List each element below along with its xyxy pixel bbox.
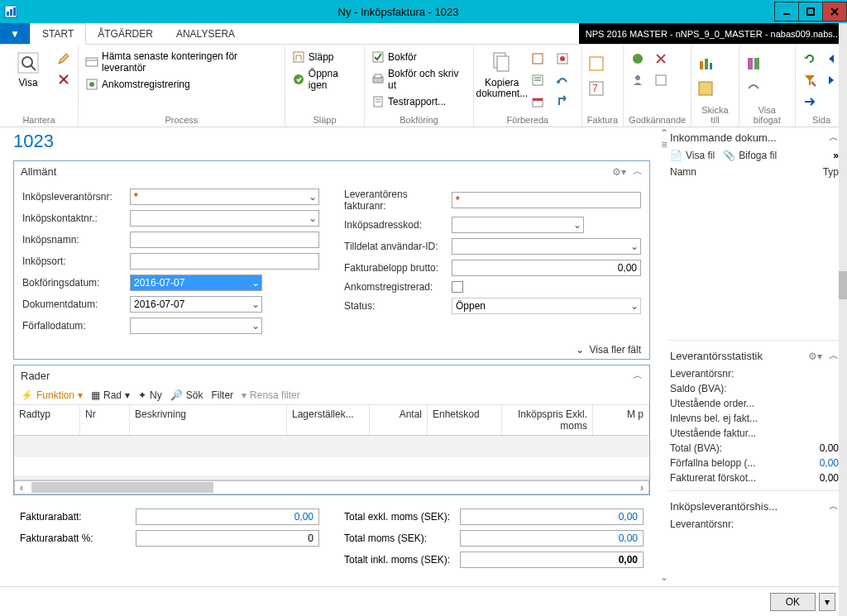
file-menu[interactable]: ▼ xyxy=(0,23,30,44)
approve-icon-3[interactable] xyxy=(629,71,647,89)
prev-icon[interactable] xyxy=(822,50,840,68)
attached-icon-2[interactable] xyxy=(744,79,763,98)
goto-icon[interactable] xyxy=(801,93,819,111)
next-icon[interactable] xyxy=(822,71,840,89)
col-more[interactable]: M p xyxy=(593,405,649,435)
col-type[interactable]: Radtyp xyxy=(14,405,80,435)
buy-name-input[interactable] xyxy=(130,232,319,248)
prepaid-value[interactable]: 0,00 xyxy=(806,472,839,484)
col-uom[interactable]: Enhetskod xyxy=(428,405,502,435)
post-button[interactable]: Bokför xyxy=(370,50,468,64)
delete-icon[interactable] xyxy=(55,70,73,88)
edit-icon[interactable] xyxy=(55,50,73,68)
filter-button[interactable]: Filter xyxy=(211,389,233,401)
inv-discount-value[interactable]: 0,00 xyxy=(136,509,319,525)
buy-addrcode-input[interactable]: ⌄ xyxy=(452,217,584,233)
collapse-icon[interactable]: ︿ xyxy=(633,165,643,179)
sendto-icon-1[interactable] xyxy=(696,55,715,73)
collapse-icon[interactable]: ︿ xyxy=(829,131,839,145)
assigned-user-input[interactable]: ⌄ xyxy=(452,238,641,255)
scroll-thumb[interactable] xyxy=(31,482,213,493)
gross-amount-input[interactable]: 0,00 xyxy=(452,260,641,276)
invoice-icon-1[interactable] xyxy=(587,55,605,73)
scroll-right-icon[interactable]: › xyxy=(635,482,648,494)
approve-icon-2[interactable] xyxy=(652,50,670,68)
col-price[interactable]: Inköpspris Exkl. moms xyxy=(502,405,593,435)
attach-file-button[interactable]: 📎 Bifoga fil xyxy=(723,150,777,161)
find-button[interactable]: 🔎 Sök xyxy=(170,389,203,401)
col-location[interactable]: Lagerställek... xyxy=(287,405,370,435)
status-input[interactable]: Öppen⌄ xyxy=(452,298,641,314)
vendor-invno-input[interactable]: * xyxy=(452,192,641,208)
show-more-fields[interactable]: ⌄ Visa fler fält xyxy=(14,341,649,359)
refresh-icon[interactable] xyxy=(801,50,819,68)
due-date-input[interactable]: ⌄ xyxy=(130,318,262,334)
approve-icon-1[interactable] xyxy=(629,50,647,68)
maximize-button[interactable] xyxy=(798,2,823,21)
prepare-icon-3[interactable] xyxy=(529,71,547,89)
overdue-value[interactable]: 0,00 xyxy=(806,457,839,469)
sendto-icon-2[interactable] xyxy=(696,79,715,98)
minimize-button[interactable] xyxy=(774,2,799,21)
arrival-reg-checkbox[interactable] xyxy=(452,281,463,293)
copy-document-button[interactable]: Kopiera dokument... xyxy=(479,46,525,103)
release-button[interactable]: Släpp xyxy=(290,50,359,64)
row-menu[interactable]: ▦ Rad ▾ xyxy=(91,389,130,401)
grid-h-scroll[interactable]: ‹ › xyxy=(14,480,649,494)
clear-filter-button[interactable]: ▾ Rensa filter xyxy=(242,389,300,401)
arrival-reg-button[interactable]: Ankomstregistrering xyxy=(84,77,280,92)
collapse-icon[interactable]: ︿ xyxy=(829,349,839,363)
incoming-list[interactable] xyxy=(668,178,840,335)
tab-actions[interactable]: ÅTGÄRDER xyxy=(86,23,165,44)
total-excl-value[interactable]: 0,00 xyxy=(460,509,644,525)
view-file-button[interactable]: 📄 Visa fil xyxy=(670,150,715,161)
prepare-icon-1[interactable] xyxy=(529,50,547,68)
prepare-icon-2[interactable] xyxy=(553,50,572,68)
new-line-button[interactable]: ✦ Ny xyxy=(138,389,162,401)
approve-icon-4[interactable] xyxy=(652,71,670,89)
total-bva-value[interactable]: 0,00 xyxy=(806,442,839,454)
buy-city-input[interactable] xyxy=(130,253,319,270)
scroll-left-icon[interactable]: ‹ xyxy=(15,482,28,494)
posting-date-input[interactable]: 2016-07-07⌄ xyxy=(130,275,262,291)
doc-date-input[interactable]: 2016-07-07⌄ xyxy=(130,296,262,313)
gear-icon[interactable]: ⚙▾ xyxy=(612,166,626,178)
col-desc[interactable]: Beskrivning xyxy=(130,405,287,435)
collapse-icon[interactable]: ︿ xyxy=(829,499,839,513)
scroll-top-icon[interactable]: ⌃ xyxy=(660,127,668,139)
contact-no-input[interactable]: ⌄ xyxy=(130,210,319,227)
test-report-button[interactable]: Testrapport... xyxy=(370,94,468,109)
tab-start[interactable]: START xyxy=(30,23,86,45)
invoice-icon-2[interactable]: 7 xyxy=(587,79,605,98)
prepare-icon-6[interactable] xyxy=(553,93,572,111)
prepare-icon-5[interactable] xyxy=(529,93,547,111)
prepare-icon-4[interactable] xyxy=(553,71,572,89)
post-print-button[interactable]: Bokför och skriv ut xyxy=(370,67,468,92)
scroll-bottom-icon[interactable]: ⌄ xyxy=(660,571,668,583)
ok-dropdown[interactable]: ▾ xyxy=(819,593,835,611)
close-button[interactable] xyxy=(822,2,847,21)
ok-button[interactable]: OK xyxy=(770,593,816,611)
grid-body[interactable] xyxy=(14,436,649,480)
clear-filter-icon[interactable] xyxy=(801,71,819,89)
main-v-scroll[interactable]: ⌃ ≡ ⌄ xyxy=(660,127,668,583)
grid-row[interactable] xyxy=(14,457,649,475)
total-incl-value[interactable]: 0,00 xyxy=(460,552,644,568)
inv-discount-pct-value[interactable]: 0 xyxy=(136,530,319,547)
col-qty[interactable]: Antal xyxy=(370,405,428,435)
gear-icon[interactable]: ⚙▾ xyxy=(808,351,822,362)
vendor-no-input[interactable]: *⌄ xyxy=(130,189,319,205)
scroll-thumb[interactable] xyxy=(839,271,847,299)
col-no[interactable]: Nr xyxy=(80,405,130,435)
total-vat-value[interactable]: 0,00 xyxy=(460,530,644,547)
more-actions-icon[interactable]: » xyxy=(833,150,839,161)
function-menu[interactable]: ⚡ Funktion ▾ xyxy=(21,389,83,401)
reopen-button[interactable]: Öppna igen xyxy=(290,67,359,92)
get-last-posting-button[interactable]: Hämta senaste konteringen för leverantör xyxy=(84,50,280,74)
attached-icon-1[interactable] xyxy=(744,55,763,73)
view-button[interactable]: Visa xyxy=(5,46,51,92)
line-up-icon[interactable]: ≡ xyxy=(661,139,667,150)
tab-analyze[interactable]: ANALYSERA xyxy=(165,23,246,44)
app-scrollbar[interactable] xyxy=(839,23,847,616)
collapse-icon[interactable]: ︿ xyxy=(633,369,643,383)
